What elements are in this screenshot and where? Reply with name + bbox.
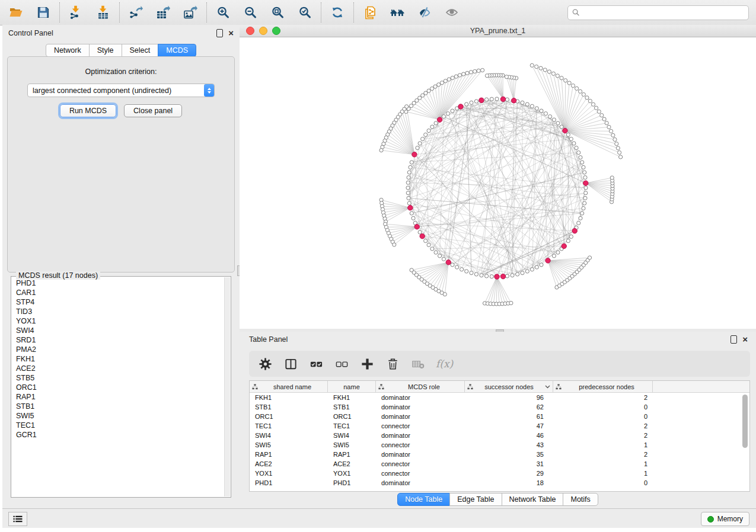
save-session-icon[interactable] bbox=[36, 5, 51, 20]
table-cell: 2 bbox=[553, 394, 653, 401]
table-cell: SWI4 bbox=[328, 432, 376, 439]
table-row[interactable]: YOX1YOX1connector291 bbox=[250, 469, 749, 478]
table-scrollbar-thumb[interactable] bbox=[742, 395, 748, 448]
tab-network[interactable]: Network bbox=[46, 44, 90, 57]
table-row[interactable]: SWI5SWI5connector431 bbox=[250, 440, 749, 450]
select-all-checks-icon[interactable] bbox=[308, 356, 324, 371]
mcds-result-list: PHD1CAR1STP4TID3YOX1SWI4SRD1PMA2FKH1ACE2… bbox=[12, 278, 224, 496]
table-settings-gear-icon[interactable] bbox=[257, 356, 273, 371]
table-scrollbar[interactable] bbox=[742, 393, 748, 489]
table-panel: Table Panel × bbox=[240, 332, 756, 508]
first-neighbors-icon[interactable] bbox=[390, 5, 405, 20]
column-header-successor-nodes[interactable]: successor nodes bbox=[465, 381, 553, 392]
tree-icon bbox=[252, 384, 258, 390]
column-header-predecessor-nodes[interactable]: predecessor nodes bbox=[553, 381, 653, 392]
table-row[interactable]: ORC1ORC1dominator610 bbox=[250, 412, 749, 421]
refresh-icon[interactable] bbox=[330, 5, 345, 20]
list-item[interactable]: YOX1 bbox=[12, 316, 224, 326]
table-row[interactable]: FKH1FKH1dominator962 bbox=[250, 393, 749, 402]
tab-network-table[interactable]: Network Table bbox=[502, 493, 564, 506]
export-table-icon[interactable] bbox=[155, 5, 171, 20]
open-file-icon[interactable] bbox=[8, 5, 24, 20]
table-row[interactable]: PHD1PHD1dominator180 bbox=[250, 478, 749, 488]
table-row[interactable]: RAP1RAP1dominator352 bbox=[250, 450, 749, 459]
tab-style[interactable]: Style bbox=[89, 44, 122, 57]
tab-node-table[interactable]: Node Table bbox=[397, 493, 450, 506]
list-item[interactable]: RAP1 bbox=[12, 392, 224, 402]
mcds-list-scrollbar[interactable] bbox=[224, 277, 230, 496]
zoom-out-icon[interactable] bbox=[243, 5, 258, 20]
delete-column-trash-icon[interactable] bbox=[385, 356, 400, 371]
mcds-result-box: MCDS result (17 nodes) PHD1CAR1STP4TID3Y… bbox=[11, 276, 231, 498]
network-title: YPA_prune.txt_1 bbox=[240, 27, 756, 35]
run-mcds-button[interactable]: Run MCDS bbox=[60, 104, 116, 117]
network-graph bbox=[240, 37, 755, 329]
list-item[interactable]: GCR1 bbox=[12, 430, 224, 440]
deselect-all-checks-icon[interactable] bbox=[334, 356, 349, 371]
list-item[interactable]: ACE2 bbox=[12, 364, 224, 373]
list-item[interactable]: SWI5 bbox=[12, 411, 224, 421]
clone-network-icon[interactable] bbox=[362, 5, 378, 20]
tab-edge-table[interactable]: Edge Table bbox=[449, 493, 502, 506]
export-network-icon[interactable] bbox=[128, 5, 143, 20]
tree-icon bbox=[556, 384, 562, 390]
table-cell: PHD1 bbox=[250, 479, 328, 486]
memory-button[interactable]: Memory bbox=[701, 512, 749, 526]
show-all-eye-icon[interactable] bbox=[444, 5, 460, 20]
search-box[interactable] bbox=[567, 5, 749, 20]
close-panel-icon[interactable]: × bbox=[228, 30, 234, 37]
import-network-icon[interactable] bbox=[68, 5, 84, 20]
table-cell: 1 bbox=[553, 470, 653, 477]
table-row[interactable]: SWI4SWI4dominator462 bbox=[250, 431, 749, 440]
list-item[interactable]: FKH1 bbox=[12, 354, 224, 364]
column-header-filler bbox=[653, 381, 749, 392]
table-cell: FKH1 bbox=[328, 394, 376, 401]
list-item[interactable]: STB5 bbox=[12, 373, 224, 383]
column-header-shared-name[interactable]: shared name bbox=[250, 381, 328, 392]
network-titlebar[interactable]: YPA_prune.txt_1 bbox=[240, 25, 756, 37]
table-cell: 96 bbox=[465, 394, 553, 401]
network-canvas[interactable] bbox=[240, 37, 756, 329]
hide-selected-eye-icon[interactable] bbox=[417, 5, 432, 20]
list-item[interactable]: STP4 bbox=[12, 297, 224, 307]
task-history-button[interactable] bbox=[8, 512, 27, 526]
close-panel-icon[interactable]: × bbox=[742, 336, 748, 343]
column-header-mcds-role[interactable]: MCDS role bbox=[376, 381, 465, 392]
list-item[interactable]: CAR1 bbox=[12, 288, 224, 297]
column-visibility-icon[interactable] bbox=[283, 356, 298, 371]
close-panel-button[interactable]: Close panel bbox=[124, 104, 182, 117]
list-item[interactable]: PHD1 bbox=[12, 278, 224, 288]
list-icon bbox=[12, 514, 23, 524]
zoom-selected-icon[interactable] bbox=[297, 5, 312, 20]
zoom-in-icon[interactable] bbox=[215, 5, 231, 20]
float-panel-icon[interactable] bbox=[731, 335, 737, 344]
list-item[interactable]: STB1 bbox=[12, 402, 224, 411]
table-row[interactable]: TEC1TEC1connector472 bbox=[250, 421, 749, 431]
float-panel-icon[interactable] bbox=[216, 29, 223, 37]
column-header-name[interactable]: name bbox=[328, 381, 376, 392]
table-cell: SWI5 bbox=[250, 441, 328, 448]
list-item[interactable]: SWI4 bbox=[12, 326, 224, 335]
search-input[interactable] bbox=[582, 8, 745, 17]
export-image-icon[interactable] bbox=[183, 5, 198, 20]
add-column-icon[interactable] bbox=[359, 356, 375, 371]
table-row[interactable]: ACE2ACE2connector311 bbox=[250, 459, 749, 469]
list-item[interactable]: PMA2 bbox=[12, 345, 224, 354]
node-table-body: FKH1FKH1dominator962STB1STB1dominator620… bbox=[250, 393, 749, 488]
zoom-fit-icon[interactable] bbox=[270, 5, 285, 20]
tab-select[interactable]: Select bbox=[122, 44, 159, 57]
list-item[interactable]: ORC1 bbox=[12, 383, 224, 392]
list-item[interactable]: SRD1 bbox=[12, 335, 224, 345]
tab-mcds[interactable]: MCDS bbox=[158, 44, 196, 57]
list-item[interactable]: TID3 bbox=[12, 307, 224, 316]
delete-table-icon bbox=[410, 356, 426, 371]
table-cell: 43 bbox=[465, 441, 553, 448]
tab-motifs[interactable]: Motifs bbox=[563, 493, 598, 506]
table-cell: connector bbox=[376, 441, 465, 448]
table-cell: ACE2 bbox=[328, 460, 376, 467]
criterion-select[interactable]: largest connected component (undirected) bbox=[27, 84, 215, 97]
chevron-down-icon[interactable] bbox=[545, 385, 550, 389]
list-item[interactable]: TEC1 bbox=[12, 421, 224, 430]
table-row[interactable]: STB1STB1dominator620 bbox=[250, 402, 749, 412]
import-table-icon[interactable] bbox=[95, 5, 111, 20]
